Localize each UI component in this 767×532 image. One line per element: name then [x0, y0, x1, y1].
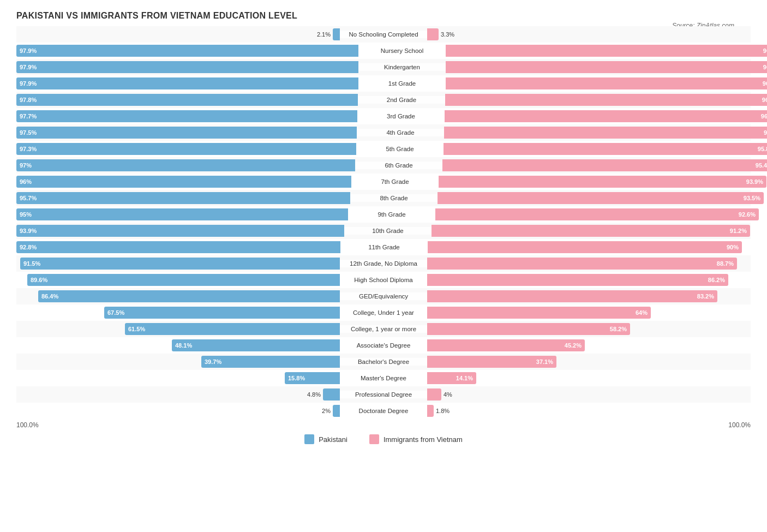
table-row: 61.5% College, 1 year or more 58.2% — [16, 321, 751, 337]
left-bar: 97.5% — [16, 127, 357, 139]
table-row: 15.8% Master's Degree 14.1% — [16, 370, 751, 386]
left-bar: 97.9% — [16, 45, 358, 57]
left-bar: 93.9% — [16, 225, 344, 237]
right-half: 3.3% — [427, 26, 751, 43]
table-row: 89.6% High School Diploma 86.2% — [16, 272, 751, 288]
left-bar: 92.8% — [16, 241, 340, 253]
left-half: 2% — [16, 403, 340, 419]
left-half: 89.6% — [16, 272, 340, 288]
left-value: 86.4% — [41, 293, 58, 300]
right-half: 95.8% — [444, 141, 767, 157]
left-value: 97.5% — [20, 129, 37, 136]
table-row: 86.4% GED/Equivalency 83.2% — [16, 288, 751, 304]
right-half: 91.2% — [432, 223, 751, 239]
table-row: 97.9% Nursery School 96.7% — [16, 43, 751, 59]
right-half: 88.7% — [427, 255, 751, 272]
table-row: 91.5% 12th Grade, No Diploma 88.7% — [16, 255, 751, 272]
table-row: 97% 6th Grade 95.4% — [16, 157, 751, 174]
left-half: 97% — [16, 157, 355, 174]
row-label: Associate's Degree — [340, 342, 427, 349]
right-bar: 93.9% — [439, 176, 766, 188]
legend: Pakistani Immigrants from Vietnam — [16, 434, 751, 450]
right-bar: 96.4% — [445, 110, 767, 122]
row-label: 1st Grade — [358, 80, 446, 87]
left-half: 4.8% — [16, 386, 340, 403]
left-value: 2.1% — [317, 31, 331, 38]
left-half: 97.9% — [16, 43, 358, 59]
legend-left-box — [304, 434, 314, 444]
table-row: 67.5% College, Under 1 year 64% — [16, 304, 751, 321]
right-half: 64% — [427, 304, 751, 321]
right-value: 95.8% — [758, 146, 767, 152]
row-label: 10th Grade — [344, 227, 432, 235]
left-half: 39.7% — [16, 354, 340, 370]
right-value: 96% — [764, 129, 767, 136]
left-half: 2.1% — [16, 26, 340, 43]
left-half: 97.8% — [16, 92, 358, 108]
row-label: GED/Equivalency — [340, 292, 427, 300]
table-row: 95% 9th Grade 92.6% — [16, 206, 751, 223]
left-bar: 39.7% — [201, 356, 340, 368]
right-value: 96.6% — [763, 80, 767, 87]
right-value: 93.9% — [746, 178, 763, 185]
right-half: 93.5% — [438, 190, 764, 206]
left-bar: 96% — [16, 176, 351, 188]
right-value: 14.1% — [456, 375, 473, 381]
table-row: 97.9% 1st Grade 96.6% — [16, 75, 751, 92]
right-bar: 96.7% — [446, 61, 767, 73]
right-value: 96.7% — [763, 64, 767, 70]
right-bar: 96.5% — [445, 94, 767, 106]
right-half: 92.6% — [435, 206, 759, 223]
left-bar: 95.7% — [16, 192, 350, 204]
right-half: 93.9% — [439, 174, 766, 190]
left-value: 15.8% — [288, 375, 305, 381]
right-value: 64% — [636, 309, 648, 316]
right-bar: 90% — [428, 241, 742, 253]
row-label: No Schooling Completed — [340, 31, 427, 38]
axis-left-label: 100.0% — [16, 421, 39, 429]
table-row: 48.1% Associate's Degree 45.2% — [16, 337, 751, 354]
left-bar: 97% — [16, 159, 355, 171]
right-value: 83.2% — [697, 293, 714, 300]
right-value: 45.2% — [565, 342, 582, 349]
left-half: 92.8% — [16, 239, 340, 255]
right-bar: 96.6% — [446, 77, 767, 89]
right-value: 91.2% — [730, 228, 747, 234]
left-half: 15.8% — [16, 370, 340, 386]
left-value: 97% — [20, 162, 32, 169]
right-bar: 96.7% — [446, 45, 767, 57]
left-value: 97.7% — [20, 113, 37, 119]
left-half: 97.7% — [16, 108, 357, 124]
left-value: 96% — [20, 178, 32, 185]
right-bar: 96% — [444, 127, 767, 139]
right-half: 58.2% — [427, 321, 751, 337]
axis-right-label: 100.0% — [728, 421, 751, 429]
left-bar: 86.4% — [38, 290, 340, 302]
right-value: 93.5% — [744, 195, 760, 201]
right-half: 45.2% — [427, 337, 751, 354]
right-half: 96.5% — [445, 92, 767, 108]
left-value: 89.6% — [31, 277, 47, 283]
row-label: 2nd Grade — [358, 96, 445, 104]
row-label: 11th Grade — [340, 243, 428, 251]
right-value: 96.4% — [761, 113, 767, 119]
right-half: 37.1% — [427, 354, 751, 370]
right-value: 96.7% — [763, 47, 767, 54]
row-label: 3rd Grade — [357, 112, 445, 120]
right-bar: 64% — [427, 307, 651, 319]
left-half: 95.7% — [16, 190, 350, 206]
left-half: 95% — [16, 206, 348, 223]
right-value: 86.2% — [708, 277, 725, 283]
left-half: 67.5% — [16, 304, 340, 321]
row-label: 5th Grade — [356, 145, 444, 153]
legend-left-label: Pakistani — [319, 435, 347, 444]
left-value: 91.5% — [23, 260, 40, 267]
right-half: 90% — [428, 239, 751, 255]
left-bar: 91.5% — [20, 258, 340, 270]
left-value: 67.5% — [107, 309, 124, 316]
left-value: 95% — [20, 211, 32, 218]
table-row: 2.1% No Schooling Completed 3.3% — [16, 26, 751, 43]
left-half: 97.9% — [16, 59, 358, 75]
left-value: 97.9% — [20, 80, 37, 87]
table-row: 97.5% 4th Grade 96% — [16, 124, 751, 141]
